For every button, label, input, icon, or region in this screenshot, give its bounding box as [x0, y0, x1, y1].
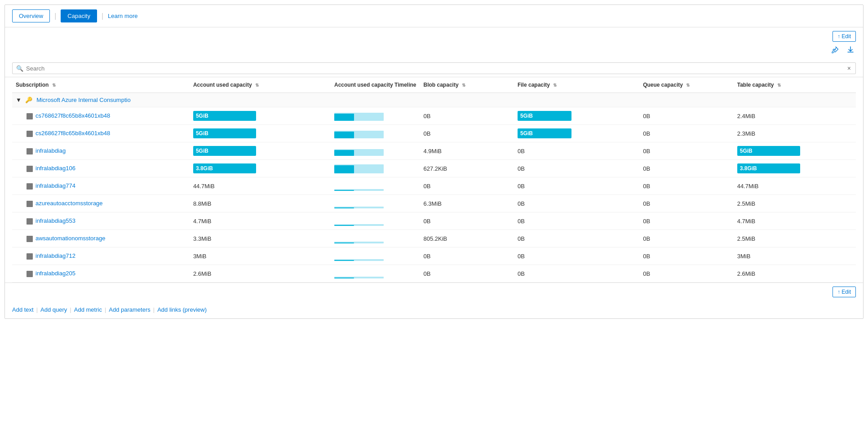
account-used-bar: 5GiB: [193, 146, 256, 156]
blob-value: 6.3MiB: [424, 200, 442, 207]
timeline-bar: [334, 259, 384, 261]
overview-button[interactable]: Overview: [12, 9, 50, 22]
cell-blob: 0B: [420, 247, 514, 265]
resource-link[interactable]: cs768627f8c65b8x4601xb48: [35, 112, 110, 119]
account-used-bar: 5GiB: [193, 128, 256, 138]
cell-table-capacity: 44.7MiB: [734, 177, 856, 195]
cell-account-used: 3MiB: [190, 247, 331, 265]
cell-subscription: infralabdiag: [12, 142, 190, 160]
file-bar-cell: 5GiB: [518, 111, 636, 121]
timeline-bar-inner: [334, 165, 354, 173]
timeline-wrapper: [334, 128, 384, 138]
col-account-used[interactable]: Account used capacity ⇅: [190, 77, 331, 93]
cell-blob: 4.9MiB: [420, 142, 514, 160]
table-container: Subscription ⇅ Account used capacity ⇅ A…: [5, 77, 863, 282]
download-icon-button[interactable]: [845, 45, 856, 56]
file-text: 0B: [518, 235, 525, 242]
resource-link[interactable]: infralabdiag712: [35, 252, 75, 259]
bottom-edit-button[interactable]: ↑ Edit: [833, 287, 856, 297]
resource-icon: [27, 218, 33, 225]
top-edit-button[interactable]: ↑ Edit: [833, 31, 856, 42]
table-text: 2.4MiB: [737, 113, 755, 119]
cell-file: 0B: [514, 160, 639, 177]
search-icon: 🔍: [16, 65, 23, 72]
capacity-button[interactable]: Capacity: [61, 9, 97, 22]
cell-account-used: 5GiB: [190, 107, 331, 125]
cell-queue: 0B: [639, 247, 734, 265]
footer-link-2[interactable]: Add metric: [74, 306, 102, 313]
sort-icon-subscription: ⇅: [52, 83, 56, 88]
table-row: awsautomationomsstorage3.3MiB 805.2KiB0B…: [12, 230, 856, 247]
timeline-wrapper: [334, 269, 384, 278]
timeline-bar: [334, 224, 384, 226]
timeline-bar-inner: [334, 190, 354, 191]
table-bar-cell: 3.8GiB: [737, 163, 852, 173]
resource-link[interactable]: infralabdiag: [35, 147, 66, 154]
table-row: infralabdiag5534.7MiB 0B0B0B4.7MiB: [12, 212, 856, 230]
sort-icon-blob: ⇅: [462, 83, 465, 88]
queue-value: 0B: [643, 270, 650, 277]
queue-value: 0B: [643, 165, 650, 172]
timeline-wrapper: [334, 216, 384, 226]
learn-more-link[interactable]: Learn more: [108, 13, 137, 19]
timeline-bar-inner: [334, 132, 354, 138]
footer-link-3[interactable]: Add parameters: [109, 306, 151, 313]
cell-account-used: 4.7MiB: [190, 212, 331, 230]
timeline-bar: [334, 149, 384, 156]
search-clear-button[interactable]: ×: [846, 65, 852, 72]
resource-link[interactable]: infralabdiag205: [35, 270, 75, 277]
account-used-bar-cell: 5GiB: [193, 128, 327, 138]
cell-table-capacity: 2.5MiB: [734, 230, 856, 247]
table-bar-cell: 5GiB: [737, 146, 852, 156]
cell-table-capacity: 3MiB: [734, 247, 856, 265]
timeline-bar-inner: [334, 150, 354, 156]
file-bar: 5GiB: [518, 111, 571, 121]
account-used-value: 5GiB: [196, 148, 208, 154]
group-toggle-icon[interactable]: ▼: [16, 97, 22, 103]
cell-table-capacity: 2.4MiB: [734, 107, 856, 125]
pin-icon-button[interactable]: [830, 45, 841, 56]
cell-file: 0B: [514, 142, 639, 160]
footer-link-0[interactable]: Add text: [12, 306, 34, 313]
cell-table-capacity: 2.5MiB: [734, 195, 856, 212]
table-bar: 5GiB: [737, 146, 800, 156]
col-table[interactable]: Table capacity ⇅: [734, 77, 856, 93]
resource-link[interactable]: infralabdiag553: [35, 217, 75, 224]
col-account-timeline[interactable]: Account used capacity Timeline: [331, 77, 420, 93]
search-input[interactable]: [26, 65, 846, 72]
cell-table-capacity: 5GiB: [734, 142, 856, 160]
footer-link-4[interactable]: Add links (preview): [157, 306, 207, 313]
cell-subscription: infralabdiag774: [12, 177, 190, 195]
account-used-bar: 3.8GiB: [193, 163, 256, 173]
col-blob[interactable]: Blob capacity ⇅: [420, 77, 514, 93]
timeline-wrapper: [334, 234, 384, 243]
col-subscription[interactable]: Subscription ⇅: [12, 77, 190, 93]
timeline-bar-inner: [334, 225, 354, 226]
table-text: 4.7MiB: [737, 218, 755, 225]
col-file[interactable]: File capacity ⇅: [514, 77, 639, 93]
resource-link[interactable]: infralabdiag774: [35, 182, 75, 189]
cell-queue: 0B: [639, 230, 734, 247]
account-used-text: 3MiB: [193, 253, 207, 260]
table-row: infralabdiag2052.6MiB 0B0B0B2.6MiB: [12, 265, 856, 282]
resource-link[interactable]: infralabdiag106: [35, 165, 75, 172]
timeline-bar: [334, 242, 384, 243]
resource-link[interactable]: cs268627f8c65b8x4601xb48: [35, 130, 110, 137]
resource-link[interactable]: awsautomationomsstorage: [35, 235, 105, 242]
file-text: 0B: [518, 218, 525, 225]
cell-blob: 0B: [420, 265, 514, 282]
account-used-bar-cell: 5GiB: [193, 111, 327, 121]
resource-link[interactable]: azureautoacctomsstorage: [35, 200, 103, 207]
table-text: 2.3MiB: [737, 130, 755, 137]
timeline-bar: [334, 189, 384, 191]
col-queue[interactable]: Queue capacity ⇅: [639, 77, 734, 93]
cell-queue: 0B: [639, 125, 734, 142]
resource-icon: [27, 236, 33, 242]
timeline-bar-inner: [334, 278, 354, 278]
group-icon: 🔑: [25, 97, 32, 103]
cell-account-used: 2.6MiB: [190, 265, 331, 282]
footer-link-1[interactable]: Add query: [40, 306, 67, 313]
table-text: 2.5MiB: [737, 200, 755, 207]
cell-blob: 0B: [420, 212, 514, 230]
queue-value: 0B: [643, 183, 650, 190]
